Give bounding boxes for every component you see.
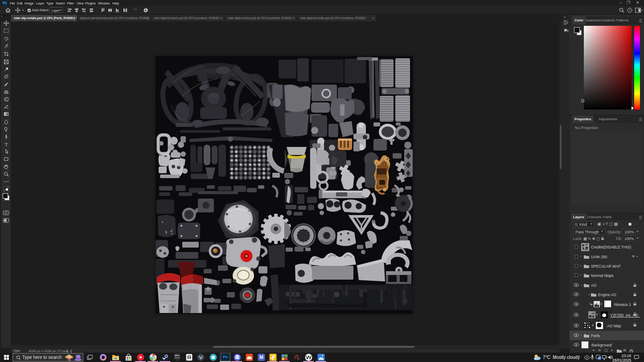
svg-text:EPIC: EPIC <box>175 354 180 357</box>
svg-text:GAMES: GAMES <box>174 357 180 359</box>
svg-text:M: M <box>259 355 263 360</box>
svg-text:?: ? <box>629 8 631 12</box>
svg-text:T: T <box>5 142 8 147</box>
